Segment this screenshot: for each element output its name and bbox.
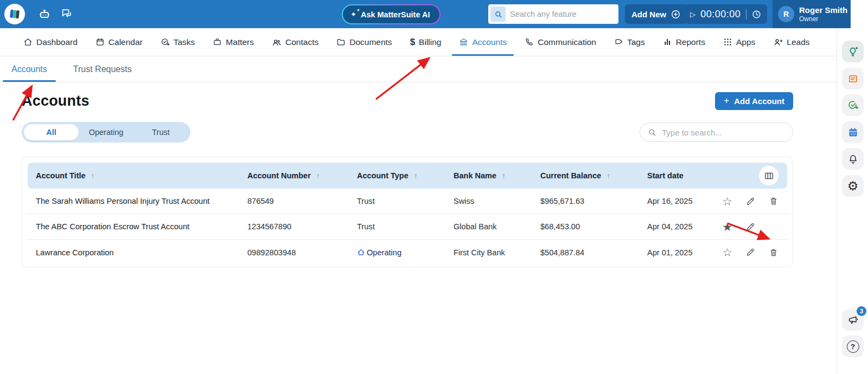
avatar: R — [778, 6, 794, 22]
bank-name-cell: Global Bank — [445, 222, 532, 231]
search-icon — [494, 10, 503, 19]
add-new-button[interactable]: Add New — [625, 4, 687, 24]
notifications-button[interactable] — [842, 148, 864, 170]
play-icon: ▷ — [690, 10, 695, 18]
nav-item-leads[interactable]: Leads — [773, 28, 809, 56]
bank-name-cell: Swiss — [445, 197, 532, 205]
megaphone-icon — [847, 314, 859, 326]
announcements-button[interactable]: 3 — [842, 309, 864, 331]
user-menu[interactable]: R Roger Smith Owner — [773, 0, 851, 28]
global-search-input[interactable] — [510, 10, 618, 18]
start-date-cell: Apr 04, 2025 — [639, 222, 703, 231]
sort-icon[interactable]: ↑ — [607, 171, 610, 180]
calendar-icon — [847, 127, 859, 138]
add-account-button[interactable]: + Add Account — [715, 92, 793, 110]
time-tracker[interactable]: ▷ 00:00:00 — [685, 4, 767, 24]
favorite-icon[interactable]: ☆ — [722, 247, 732, 258]
nav-item-tasks[interactable]: Tasks — [161, 28, 195, 56]
nav-label: Billing — [419, 37, 441, 47]
nav-item-calendar[interactable]: Calendar — [95, 28, 143, 56]
nav-label: Reports — [676, 37, 705, 47]
accounts-subtabs: Accounts Trust Requests — [0, 57, 837, 82]
columns-icon — [764, 171, 774, 181]
table-header-row: Account Title ↑ Account Number ↑ Account… — [28, 163, 787, 189]
ideas-button[interactable] — [842, 41, 864, 62]
favorite-filled-icon[interactable]: ★ — [722, 221, 732, 233]
settings-button[interactable]: ⚙ — [842, 175, 864, 197]
nav-item-dashboard[interactable]: Dashboard — [23, 28, 78, 56]
notes-button[interactable] — [842, 68, 864, 89]
nav-item-reports[interactable]: Reports — [663, 28, 705, 56]
nav-label: Accounts — [472, 37, 507, 47]
col-account-title: Account Title ↑ — [28, 171, 239, 180]
calendar-button[interactable] — [842, 121, 864, 143]
ask-mattersuite-ai-button[interactable]: ✦+ Ask MatterSuite AI — [343, 5, 439, 23]
filter-operating[interactable]: Operating — [79, 124, 133, 140]
table-row: The Sarah Williams Personal Injury Trust… — [28, 189, 787, 214]
apps-grid-icon — [723, 37, 732, 47]
plus-circle-icon — [671, 9, 681, 20]
timer-value: 00:00:00 — [700, 9, 741, 20]
nav-label: Documents — [349, 37, 392, 47]
bell-icon — [847, 153, 859, 165]
table-row: Lawrance Corporation 09892803948 Operati… — [28, 240, 787, 265]
sort-icon[interactable]: ↑ — [316, 171, 320, 180]
tag-icon — [614, 37, 623, 47]
manage-columns-button[interactable] — [759, 166, 778, 185]
main-navigation: Dashboard Calendar Tasks Matters Contact… — [0, 28, 837, 56]
nav-label: Communication — [538, 37, 596, 47]
subtab-trust-requests[interactable]: Trust Requests — [65, 57, 141, 82]
nav-item-accounts[interactable]: Accounts — [459, 28, 507, 56]
nav-label: Apps — [736, 37, 755, 47]
nav-item-matters[interactable]: Matters — [213, 28, 254, 56]
edit-icon[interactable] — [745, 222, 756, 232]
delete-icon[interactable] — [769, 196, 778, 206]
sort-icon[interactable]: ↑ — [502, 171, 506, 180]
help-button[interactable]: ? — [842, 336, 864, 357]
table-search-input[interactable] — [640, 122, 793, 142]
mattersuite-logo[interactable] — [4, 4, 25, 24]
nav-item-communication[interactable]: Communication — [525, 28, 596, 56]
nav-item-contacts[interactable]: Contacts — [272, 28, 318, 56]
edit-icon[interactable] — [745, 247, 756, 257]
briefcase-icon — [213, 37, 222, 47]
balance-cell: $68,453.00 — [532, 222, 639, 231]
chat-forum-icon — [61, 8, 73, 20]
delete-icon[interactable] — [769, 248, 778, 257]
assistant-bot-button[interactable] — [38, 8, 51, 21]
nav-item-apps[interactable]: Apps — [723, 28, 755, 56]
search-icon — [647, 127, 657, 137]
user-role: Owner — [799, 15, 847, 23]
note-icon — [847, 73, 859, 85]
plus-icon: + — [724, 95, 729, 106]
sort-icon[interactable]: ↑ — [414, 171, 418, 180]
gear-icon: ⚙ — [847, 180, 859, 192]
nav-label: Leads — [787, 37, 809, 47]
subtab-accounts[interactable]: Accounts — [3, 57, 56, 82]
home-icon — [357, 248, 365, 256]
filter-all[interactable]: All — [24, 124, 79, 140]
folder-icon — [336, 37, 346, 47]
page-title: Accounts — [22, 93, 90, 109]
chat-button[interactable] — [61, 8, 73, 20]
filter-trust[interactable]: Trust — [133, 124, 188, 140]
clock-icon — [751, 9, 762, 20]
accounts-table: Account Title ↑ Account Number ↑ Account… — [22, 157, 793, 267]
phone-icon — [525, 37, 534, 47]
nav-item-tags[interactable]: Tags — [614, 28, 645, 56]
nav-item-documents[interactable]: Documents — [336, 28, 392, 56]
balance-cell: $504,887.84 — [532, 248, 639, 257]
person-plus-icon — [773, 37, 783, 47]
edit-icon[interactable] — [745, 196, 756, 207]
dollar-icon: $ — [410, 37, 415, 48]
add-task-button[interactable] — [842, 94, 864, 116]
lightbulb-icon — [847, 46, 859, 57]
favorite-icon[interactable]: ☆ — [722, 196, 732, 207]
timer-divider — [746, 9, 746, 20]
col-start-date: Start date — [639, 171, 703, 180]
sort-icon[interactable]: ↑ — [91, 171, 95, 180]
robot-icon — [38, 8, 51, 21]
col-current-balance: Current Balance ↑ — [532, 171, 639, 180]
start-date-cell: Apr 01, 2025 — [639, 248, 703, 257]
nav-item-billing[interactable]: $ Billing — [410, 28, 442, 56]
